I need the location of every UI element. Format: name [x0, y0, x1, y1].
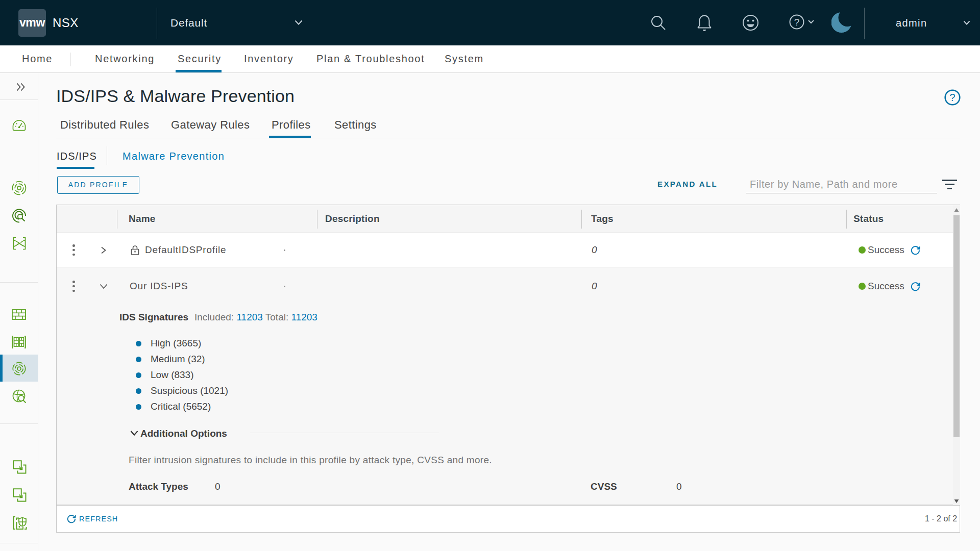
- svg-text:?: ?: [949, 92, 955, 103]
- svg-text:?: ?: [794, 17, 800, 28]
